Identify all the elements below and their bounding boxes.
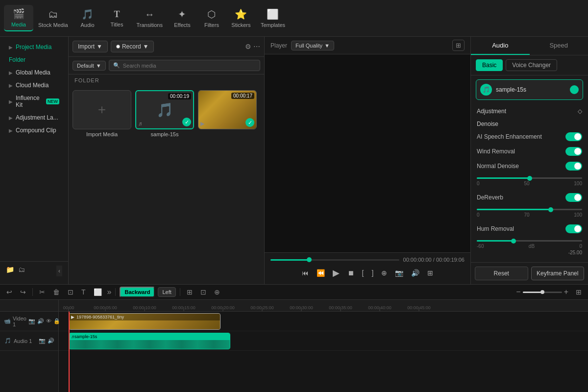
de-reverb-fill bbox=[477, 209, 551, 210]
sidebar-item-adjustment[interactable]: ▶ Adjustment La... bbox=[3, 112, 65, 123]
toolbar-templates[interactable]: ⬜ Templates bbox=[256, 5, 290, 31]
audio-clip[interactable]: ♬ sample-15s bbox=[69, 333, 230, 349]
audio-track-speaker-icon[interactable]: 🔊 bbox=[48, 338, 54, 344]
backward-button[interactable]: Backward bbox=[120, 287, 155, 297]
video-track-speaker-icon[interactable]: 🔊 bbox=[37, 318, 44, 324]
folder-add-icon[interactable]: 📁 bbox=[6, 266, 14, 276]
folder-dropdown[interactable]: Default ▼ bbox=[73, 61, 106, 71]
de-reverb-toggle[interactable] bbox=[565, 193, 582, 202]
mark-in-button[interactable]: [ bbox=[360, 267, 366, 279]
stop-button[interactable]: ⏹ bbox=[345, 267, 356, 279]
play-button[interactable]: ▶ bbox=[331, 266, 342, 280]
video-media-card[interactable]: 00:00:17 ✓ ▶ bbox=[198, 90, 257, 137]
audio-thumb[interactable]: 00:00:19 🎵 ♬ ✓ bbox=[135, 90, 194, 129]
more-tools-button[interactable]: » bbox=[107, 288, 112, 296]
preview-panel: Player Full Quality ▼ ⊞ 00:00:00:00 bbox=[265, 37, 470, 284]
sidebar-collapse-button[interactable]: ‹ bbox=[56, 266, 62, 276]
toolbar-titles[interactable]: T Titles bbox=[102, 6, 132, 30]
audio-waveform bbox=[69, 340, 230, 349]
sidebar-item-cloud-media[interactable]: ▶ Cloud Media bbox=[3, 80, 65, 91]
toolbar-audio[interactable]: 🎵 Audio bbox=[73, 5, 102, 31]
toolbar-stickers[interactable]: ⭐ Stickers bbox=[226, 5, 256, 31]
ai-speech-toggle[interactable] bbox=[565, 132, 582, 141]
sub-tab-basic[interactable]: Basic bbox=[476, 59, 503, 71]
folder-chevron-icon: ▼ bbox=[96, 63, 101, 69]
text-button[interactable]: T bbox=[79, 287, 88, 297]
zoom-slider[interactable] bbox=[523, 292, 562, 293]
wind-removal-toggle[interactable] bbox=[565, 147, 582, 156]
sidebar-item-global-media[interactable]: ▶ Global Media bbox=[3, 67, 65, 78]
tab-audio[interactable]: Audio bbox=[471, 37, 530, 55]
volume-button[interactable]: 🔊 bbox=[409, 267, 421, 279]
normal-denoise-track[interactable] bbox=[477, 177, 582, 179]
sidebar-item-influence-kit[interactable]: ▶ Influence Kit NEW bbox=[3, 93, 65, 110]
zoom-out-button[interactable]: − bbox=[516, 288, 520, 296]
video-track-eye-icon[interactable]: 👁 bbox=[46, 318, 51, 324]
sidebar-item-compound[interactable]: ▶ Compound Clip bbox=[3, 125, 65, 136]
search-input[interactable] bbox=[123, 63, 256, 69]
filter-icon[interactable]: ⚙ bbox=[245, 43, 251, 50]
normal-denoise-row: Normal Denoise bbox=[471, 159, 588, 173]
progress-track[interactable] bbox=[270, 259, 399, 261]
add-to-timeline-button[interactable]: ⊕ bbox=[379, 267, 389, 279]
import-button[interactable]: Import ▼ bbox=[73, 41, 108, 52]
delete-button[interactable]: 🗑 bbox=[50, 287, 62, 297]
keyframe-panel-button[interactable]: Keyframe Panel bbox=[531, 267, 585, 280]
split-button[interactable]: ✂ bbox=[37, 287, 48, 297]
toolbar-audio-label: Audio bbox=[80, 22, 94, 28]
video-clip[interactable]: ▶ 197898-905833761_tiny bbox=[69, 313, 220, 330]
toolbar-stock-media[interactable]: 🗂 Stock Media bbox=[33, 6, 73, 31]
snap-button[interactable]: ⊞ bbox=[184, 287, 195, 297]
hum-removal-track[interactable] bbox=[477, 240, 582, 242]
fullscreen-button[interactable]: ⊞ bbox=[452, 40, 465, 51]
sidebar-item-folder[interactable]: Folder bbox=[3, 54, 65, 65]
undo-button[interactable]: ↩ bbox=[4, 287, 15, 297]
toolbar-media[interactable]: 🎬 Media bbox=[4, 5, 33, 31]
skip-back-button[interactable]: ⏮ bbox=[300, 267, 311, 279]
playhead[interactable] bbox=[69, 312, 70, 392]
hum-removal-thumb[interactable] bbox=[511, 239, 516, 244]
zoom-slider-thumb[interactable] bbox=[540, 290, 544, 294]
audio-sample-card[interactable]: 00:00:19 🎵 ♬ ✓ sample-15s bbox=[135, 90, 194, 137]
redo-button[interactable]: ↪ bbox=[18, 287, 28, 297]
audio-sample-icon: 🎵 bbox=[480, 84, 492, 96]
de-reverb-thumb[interactable] bbox=[548, 207, 553, 212]
magnet-button[interactable]: ⊡ bbox=[198, 287, 209, 297]
sidebar-item-project-media[interactable]: ▶ Project Media bbox=[3, 42, 65, 52]
toolbar-effects[interactable]: ✦ Effects bbox=[168, 5, 197, 31]
mark-out-button[interactable]: ] bbox=[370, 267, 376, 279]
de-reverb-track[interactable] bbox=[477, 209, 582, 210]
more-controls-button[interactable]: ⊞ bbox=[425, 267, 435, 279]
record-button[interactable]: Record ▼ bbox=[111, 41, 154, 52]
quality-dropdown[interactable]: Full Quality ▼ bbox=[291, 41, 334, 50]
import-card-label: Import Media bbox=[73, 131, 131, 137]
more-options-icon[interactable]: ⋯ bbox=[253, 43, 260, 50]
normal-denoise-thumb[interactable] bbox=[527, 176, 532, 181]
normal-denoise-toggle[interactable] bbox=[565, 162, 582, 171]
timeline-tracks: ▶ 197898-905833761_tiny ♬ sample-15s bbox=[59, 312, 588, 392]
video-thumb[interactable]: 00:00:17 ✓ ▶ bbox=[198, 90, 257, 129]
reset-button[interactable]: Reset bbox=[475, 267, 528, 280]
denoise-title: Denoise bbox=[477, 121, 498, 127]
adjustment-title: Adjustment bbox=[477, 108, 506, 115]
zoom-in-button[interactable]: + bbox=[564, 288, 568, 296]
snapshot-button[interactable]: 📷 bbox=[393, 267, 405, 279]
transitions-icon: ↔ bbox=[145, 9, 154, 20]
grid-view-button[interactable]: ⊞ bbox=[573, 287, 584, 297]
audio-track-camera-icon[interactable]: 📷 bbox=[39, 338, 46, 344]
audio-knob[interactable] bbox=[570, 85, 579, 94]
frame-back-button[interactable]: ⏪ bbox=[315, 267, 327, 279]
left-button[interactable]: Left bbox=[158, 287, 175, 297]
sub-tab-voice-changer[interactable]: Voice Changer bbox=[506, 59, 557, 71]
import-thumb[interactable]: + bbox=[73, 90, 131, 129]
crop-button[interactable]: ⊡ bbox=[65, 287, 76, 297]
record-tl-button[interactable]: ⊕ bbox=[212, 287, 222, 297]
tab-speed[interactable]: Speed bbox=[530, 37, 588, 55]
color-button[interactable]: ⬜ bbox=[91, 287, 104, 297]
hum-removal-toggle[interactable] bbox=[565, 224, 582, 233]
video-track-camera-icon[interactable]: 📷 bbox=[28, 318, 35, 324]
toolbar-filters[interactable]: ⬡ Filters bbox=[197, 5, 226, 31]
folder-remove-icon[interactable]: 🗂 bbox=[18, 266, 25, 276]
toolbar-transitions[interactable]: ↔ Transitions bbox=[132, 6, 168, 31]
import-media-card[interactable]: + Import Media bbox=[73, 90, 131, 137]
